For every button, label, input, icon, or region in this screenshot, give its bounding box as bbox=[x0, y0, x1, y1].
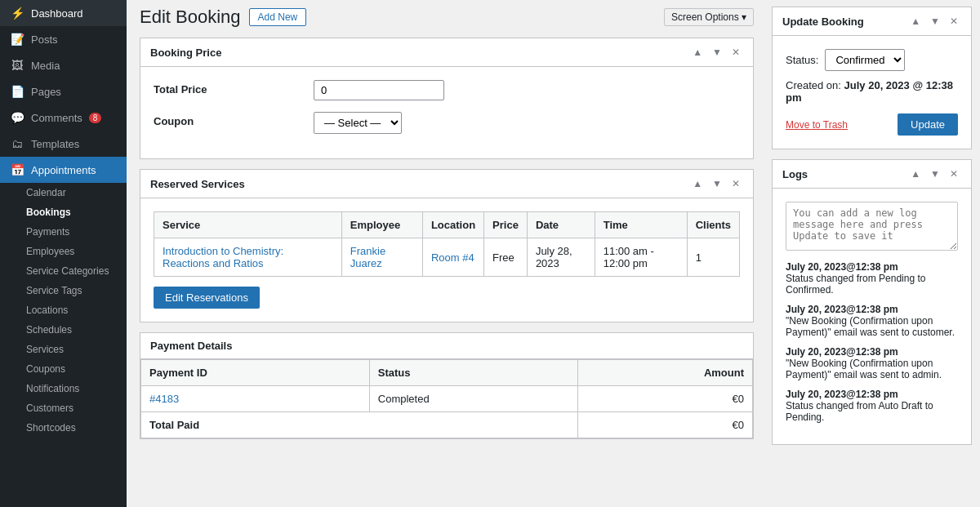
logs-controls: ▲ ▼ ✕ bbox=[907, 167, 961, 181]
sidebar-sub-service-categories[interactable]: Service Categories bbox=[0, 261, 127, 281]
edit-reservations-button[interactable]: Edit Reservations bbox=[154, 287, 260, 309]
sidebar-sub-coupons[interactable]: Coupons bbox=[0, 359, 127, 379]
reserved-col-price: Price bbox=[484, 212, 528, 238]
location-link[interactable]: Room #4 bbox=[431, 251, 474, 264]
logs-textarea[interactable] bbox=[786, 202, 958, 251]
log-entry: July 20, 2023@12:38 pmStatus changed fro… bbox=[786, 389, 958, 423]
total-price-label: Total Price bbox=[154, 80, 301, 96]
page-header-left: Edit Booking Add New bbox=[140, 7, 306, 28]
update-down-button[interactable]: ▼ bbox=[927, 14, 943, 29]
payment-thead: Payment IDStatusAmount bbox=[141, 360, 753, 386]
reserved-services-table: ServiceEmployeeLocationPriceDateTimeClie… bbox=[154, 211, 740, 277]
logs-up-button[interactable]: ▲ bbox=[907, 167, 924, 181]
sidebar-label-posts: Posts bbox=[31, 33, 58, 46]
sidebar-label-appointments: Appointments bbox=[31, 164, 96, 176]
card-down-button[interactable]: ▼ bbox=[709, 45, 725, 60]
payment-header-row: Payment IDStatusAmount bbox=[141, 360, 753, 386]
reserved-col-location: Location bbox=[422, 212, 483, 238]
card-close-button[interactable]: ✕ bbox=[728, 45, 743, 60]
booking-price-card: Booking Price ▲ ▼ ✕ Total Price Coupon —… bbox=[140, 38, 754, 159]
log-time: July 20, 2023@12:38 pm bbox=[786, 261, 958, 273]
sidebar-item-appointments[interactable]: 📅Appointments bbox=[0, 157, 127, 183]
reserved-col-date: Date bbox=[527, 212, 595, 238]
reserved-close-button[interactable]: ✕ bbox=[728, 176, 743, 191]
update-up-button[interactable]: ▲ bbox=[907, 14, 924, 29]
reserved-services-thead: ServiceEmployeeLocationPriceDateTimeClie… bbox=[154, 212, 740, 238]
reserved-services-card: Reserved Services ▲ ▼ ✕ ServiceEmployeeL… bbox=[140, 169, 754, 322]
update-booking-card: Update Booking ▲ ▼ ✕ Status: PendingConf… bbox=[772, 7, 972, 149]
media-icon: 🖼 bbox=[10, 59, 24, 72]
sidebar-sub-employees[interactable]: Employees bbox=[0, 242, 127, 261]
reserved-up-button[interactable]: ▲ bbox=[689, 176, 706, 191]
coupon-select[interactable]: — Select — bbox=[314, 112, 402, 134]
total-paid-label: Total Paid bbox=[141, 412, 578, 438]
sidebar-label-dashboard: Dashboard bbox=[31, 7, 83, 20]
posts-icon: 📝 bbox=[10, 33, 24, 46]
status-label: Status: bbox=[786, 54, 818, 66]
payment-col-status: Status bbox=[369, 360, 578, 386]
reserved-services-tbody: Introduction to Chemistry: Reactions and… bbox=[154, 238, 740, 277]
logs-down-button[interactable]: ▼ bbox=[927, 167, 943, 181]
sidebar-sub-shortcodes[interactable]: Shortcodes bbox=[0, 418, 127, 438]
sidebar-item-templates[interactable]: 🗂Templates bbox=[0, 131, 127, 157]
table-row: #4183Completed€0 bbox=[141, 386, 753, 412]
update-booking-title: Update Booking bbox=[782, 16, 864, 28]
service-link[interactable]: Introduction to Chemistry: Reactions and… bbox=[163, 245, 283, 269]
payment-details-header: Payment Details bbox=[140, 333, 753, 359]
sidebar: ⚡Dashboard📝Posts🖼Media📄Pages💬Comments8🗂T… bbox=[0, 0, 127, 507]
employee-link[interactable]: Frankie Juarez bbox=[350, 245, 385, 269]
main-content: Edit Booking Add New Screen Options ▾ Bo… bbox=[127, 0, 764, 507]
logs-card: Logs ▲ ▼ ✕ July 20, 2023@12:38 pmStatus … bbox=[772, 159, 972, 445]
sidebar-label-comments: Comments bbox=[31, 112, 82, 124]
payment-details-body: Payment IDStatusAmount #4183Completed€0 … bbox=[140, 359, 753, 438]
update-booking-body: Status: PendingConfirmedCancelledRejecte… bbox=[773, 36, 971, 149]
update-close-button[interactable]: ✕ bbox=[947, 14, 961, 29]
log-entry: July 20, 2023@12:38 pmStatus changed fro… bbox=[786, 261, 958, 296]
page-header: Edit Booking Add New Screen Options ▾ bbox=[140, 7, 754, 28]
sidebar-sub-notifications[interactable]: Notifications bbox=[0, 379, 127, 398]
content-area: Edit Booking Add New Screen Options ▾ Bo… bbox=[127, 0, 980, 507]
reserved-services-body: ServiceEmployeeLocationPriceDateTimeClie… bbox=[140, 198, 753, 322]
sidebar-item-posts[interactable]: 📝Posts bbox=[0, 26, 127, 52]
status-select[interactable]: PendingConfirmedCancelledRejected bbox=[825, 49, 905, 71]
move-to-trash-link[interactable]: Move to Trash bbox=[786, 119, 848, 131]
sidebar-item-comments[interactable]: 💬Comments8 bbox=[0, 105, 127, 131]
sidebar-sub-schedules[interactable]: Schedules bbox=[0, 320, 127, 340]
page-title: Edit Booking bbox=[140, 7, 241, 28]
logs-close-button[interactable]: ✕ bbox=[947, 167, 961, 181]
total-price-input[interactable] bbox=[314, 80, 444, 100]
coupon-label: Coupon bbox=[154, 112, 301, 127]
created-on-text: Created on: July 20, 2023 @ 12:38 pm bbox=[786, 79, 958, 104]
dashboard-icon: ⚡ bbox=[10, 7, 24, 20]
sidebar-sub-bookings[interactable]: Bookings bbox=[0, 202, 127, 222]
sidebar-sub-service-tags[interactable]: Service Tags bbox=[0, 281, 127, 300]
card-up-button[interactable]: ▲ bbox=[689, 45, 706, 60]
booking-price-card-header: Booking Price ▲ ▼ ✕ bbox=[140, 38, 753, 67]
log-entry: July 20, 2023@12:38 pm"New Booking (Conf… bbox=[786, 346, 958, 380]
total-paid-row: Total Paid €0 bbox=[141, 412, 753, 438]
logs-entries: July 20, 2023@12:38 pmStatus changed fro… bbox=[786, 261, 958, 423]
sidebar-sub-services[interactable]: Services bbox=[0, 340, 127, 359]
coupon-row: Coupon — Select — bbox=[154, 112, 740, 134]
sidebar-sub-calendar[interactable]: Calendar bbox=[0, 183, 127, 202]
update-button[interactable]: Update bbox=[898, 113, 958, 136]
created-on-label: Created on: bbox=[786, 79, 841, 91]
sidebar-item-dashboard[interactable]: ⚡Dashboard bbox=[0, 0, 127, 26]
payment-table: Payment IDStatusAmount #4183Completed€0 … bbox=[140, 359, 753, 438]
reserved-col-time: Time bbox=[595, 212, 687, 238]
sidebar-item-media[interactable]: 🖼Media bbox=[0, 52, 127, 78]
sidebar-sub-customers[interactable]: Customers bbox=[0, 398, 127, 418]
reserved-down-button[interactable]: ▼ bbox=[709, 176, 725, 191]
payment-id-link[interactable]: #4183 bbox=[149, 393, 179, 405]
log-entry: July 20, 2023@12:38 pm"New Booking (Conf… bbox=[786, 304, 958, 338]
comments-icon: 💬 bbox=[10, 111, 24, 124]
sidebar-item-pages[interactable]: 📄Pages bbox=[0, 78, 127, 105]
card-controls: ▲ ▼ ✕ bbox=[689, 45, 743, 60]
sidebar-sub-payments[interactable]: Payments bbox=[0, 222, 127, 242]
add-new-button[interactable]: Add New bbox=[249, 8, 307, 26]
sidebar-label-media: Media bbox=[31, 60, 60, 72]
reserved-services-header: Reserved Services ▲ ▼ ✕ bbox=[140, 170, 753, 198]
screen-options-button[interactable]: Screen Options ▾ bbox=[664, 8, 754, 26]
log-message: "New Booking (Confirmation upon Payment)… bbox=[786, 358, 958, 380]
sidebar-sub-locations[interactable]: Locations bbox=[0, 300, 127, 320]
